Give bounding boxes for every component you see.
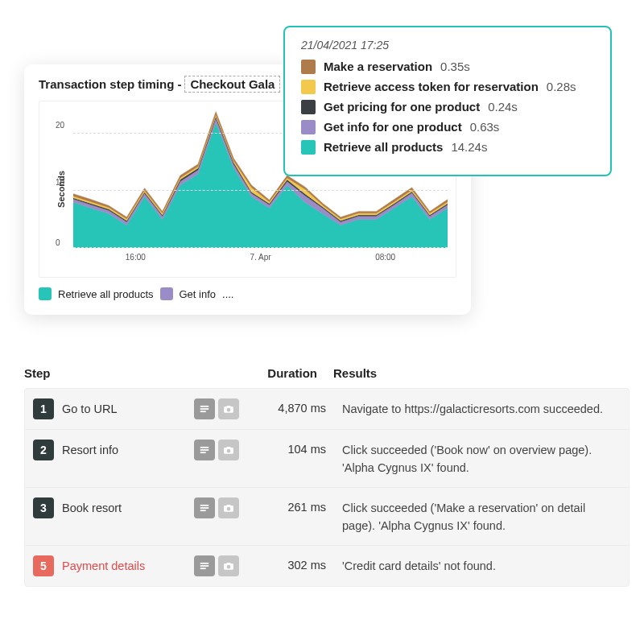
step-results: Navigate to https://galacticresorts.com …	[342, 398, 621, 418]
step-results: Click succeeded ('Make a reservation' on…	[342, 497, 621, 535]
details-button[interactable]	[194, 497, 215, 518]
details-button[interactable]	[194, 440, 215, 460]
step-results: 'Credit card details' not found.	[342, 555, 621, 575]
svg-rect-2	[200, 411, 206, 412]
swatch-icon	[301, 140, 316, 155]
svg-rect-1	[200, 408, 209, 410]
th-results: Results	[333, 366, 630, 380]
svg-rect-0	[200, 406, 209, 407]
legend-label: Retrieve all products	[58, 288, 154, 300]
tooltip-row: Retrieve all products 14.24s	[301, 140, 594, 155]
y-tick-0: 0	[56, 238, 60, 247]
screenshot-button[interactable]	[218, 440, 239, 460]
step-duration: 302 ms	[258, 555, 342, 572]
svg-rect-3	[200, 447, 209, 448]
svg-rect-5	[200, 452, 206, 453]
x-tick: 16:00	[126, 253, 146, 262]
y-axis-label: Seconds	[56, 171, 66, 208]
table-row: 2 Resort info 104 ms Click succeeded ('B…	[25, 430, 629, 488]
table-row: 3 Book resort 261 ms Click succeeded ('M…	[25, 488, 629, 546]
tooltip-value: 0.35s	[440, 60, 470, 74]
svg-rect-8	[200, 510, 206, 511]
camera-icon	[223, 444, 234, 456]
step-number-badge: 3	[33, 497, 54, 518]
card-title-prefix: Transaction step timing	[39, 77, 174, 91]
step-name: Payment details	[62, 559, 194, 572]
tooltip-row: Get info for one product 0.63s	[301, 120, 594, 134]
screenshot-button[interactable]	[218, 497, 239, 518]
chart-legend: Retrieve all products Get info ....	[39, 287, 456, 300]
title-dash: -	[177, 77, 181, 91]
tooltip-label: Retrieve access token for reservation	[324, 80, 539, 94]
svg-rect-10	[200, 565, 209, 567]
list-icon	[199, 444, 210, 456]
tooltip-value: 0.24s	[488, 100, 518, 114]
svg-rect-4	[200, 449, 209, 451]
screenshot-button[interactable]	[218, 555, 239, 576]
y-tick-10: 10	[56, 178, 64, 187]
step-duration: 104 ms	[258, 440, 342, 456]
legend-swatch	[39, 287, 52, 300]
table-row: 1 Go to URL 4,870 ms Navigate to https:/…	[25, 389, 629, 430]
card-title-slot[interactable]: Checkout Gala	[184, 76, 280, 93]
x-ticks: 16:00 7. Apr 08:00	[73, 253, 448, 262]
tooltip-value: 0.63s	[470, 120, 500, 134]
list-icon	[199, 502, 210, 514]
svg-rect-9	[200, 563, 209, 564]
table-row: 5 Payment details 302 ms 'Credit card de…	[25, 546, 629, 586]
tooltip-row: Make a reservation 0.35s	[301, 60, 594, 74]
step-duration: 4,870 ms	[258, 398, 342, 415]
step-name: Go to URL	[62, 402, 194, 415]
tooltip-label: Get pricing for one product	[324, 100, 480, 114]
step-name: Resort info	[62, 444, 194, 456]
tooltip-row: Retrieve access token for reservation 0.…	[301, 80, 594, 94]
x-tick: 08:00	[375, 253, 395, 262]
tooltip-label: Make a reservation	[324, 60, 432, 74]
tooltip-label: Get info for one product	[324, 120, 462, 134]
svg-rect-6	[200, 505, 209, 506]
step-results: Click succeeded ('Book now' on overview …	[342, 440, 621, 477]
details-button[interactable]	[194, 398, 215, 419]
legend-ellipsis: ....	[222, 288, 233, 300]
tooltip-value: 0.28s	[547, 80, 576, 94]
list-icon	[199, 403, 210, 415]
step-name: Book resort	[62, 502, 194, 514]
swatch-icon	[301, 100, 316, 114]
x-tick: 7. Apr	[250, 253, 270, 262]
camera-icon	[223, 403, 234, 415]
camera-icon	[223, 502, 234, 514]
y-tick-20: 20	[56, 121, 64, 130]
step-number-badge: 2	[33, 440, 54, 460]
swatch-icon	[301, 60, 316, 74]
th-duration: Duration	[250, 366, 333, 380]
legend-swatch	[160, 287, 173, 300]
tooltip-card: 21/04/2021 17:25 Make a reservation 0.35…	[283, 26, 612, 176]
tooltip-label: Retrieve all products	[324, 140, 443, 155]
swatch-icon	[301, 80, 316, 94]
tooltip-row: Get pricing for one product 0.24s	[301, 100, 594, 114]
table-header: Step Duration Results	[24, 366, 630, 388]
tooltip-timestamp: 21/04/2021 17:25	[301, 39, 594, 52]
th-step: Step	[24, 366, 185, 380]
legend-label: Get info	[180, 288, 217, 300]
tooltip-value: 14.24s	[451, 140, 487, 155]
step-number-badge: 5	[33, 555, 54, 576]
camera-icon	[223, 560, 234, 572]
screenshot-button[interactable]	[218, 398, 239, 419]
step-duration: 261 ms	[258, 497, 342, 514]
list-icon	[199, 560, 210, 572]
swatch-icon	[301, 120, 316, 134]
steps-table: Step Duration Results 1 Go to URL 4,870 …	[24, 366, 630, 587]
step-number-badge: 1	[33, 398, 54, 419]
svg-rect-11	[200, 568, 206, 569]
details-button[interactable]	[194, 555, 215, 576]
svg-rect-7	[200, 507, 209, 509]
